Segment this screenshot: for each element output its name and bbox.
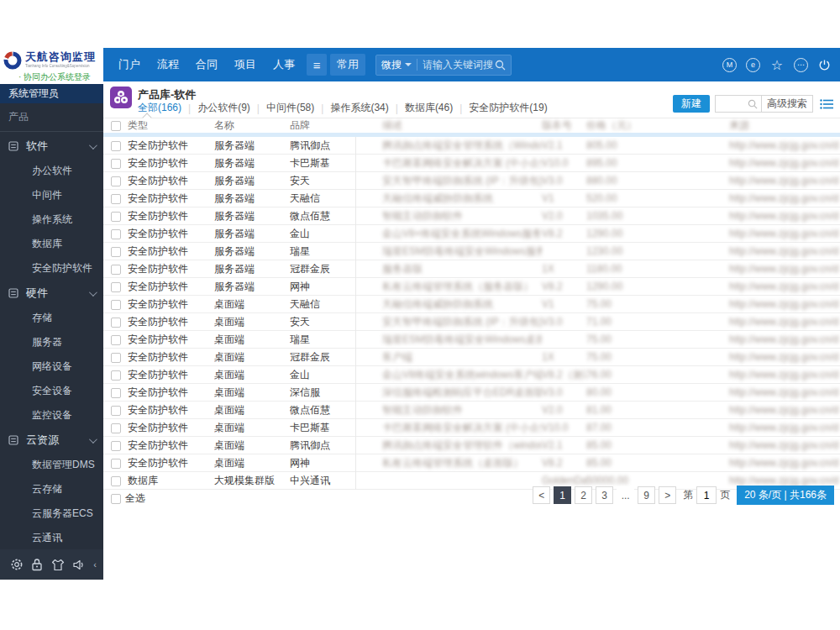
theme-skin-icon[interactable] [51, 559, 65, 571]
select-all-checkbox[interactable] [111, 494, 121, 504]
table-row[interactable]: 安全防护软件桌面端微点佰慧智能主动防御软件V2.081.00http://www… [103, 402, 840, 419]
sidebar-item-云存储[interactable]: 云存储 [0, 477, 103, 501]
table-row[interactable]: 安全防护软件桌面端腾讯御点腾讯御点终端安全管理软件（windows版）V2.1V… [103, 437, 840, 454]
row-checkbox[interactable] [111, 229, 121, 239]
favorites-menu-button[interactable]: 常用 [330, 54, 365, 76]
search-icon[interactable] [495, 60, 506, 71]
collapse-sidebar-icon[interactable]: ‹ [93, 559, 97, 570]
row-checkbox[interactable] [111, 318, 121, 328]
row-checkbox[interactable] [111, 441, 121, 451]
message-icon[interactable]: e [746, 58, 760, 72]
global-search-input[interactable] [423, 59, 495, 71]
top-nav-item[interactable]: 人事 [265, 48, 303, 81]
row-checkbox[interactable] [111, 388, 121, 398]
row-checkbox[interactable] [111, 247, 121, 257]
tab-安全防护软件(19)[interactable]: 安全防护软件(19) [469, 101, 547, 115]
tab-操作系统(34)[interactable]: 操作系统(34) [330, 101, 388, 115]
settings-gear-icon[interactable] [10, 558, 24, 571]
table-row[interactable]: 安全防护软件桌面端瑞星瑞星ESM防毒终端安全Windows桌面版75.00htt… [103, 331, 840, 349]
sidebar-item-安全设备[interactable]: 安全设备 [0, 379, 103, 403]
top-nav-item[interactable]: 合同 [187, 48, 226, 81]
pagination-prev-button[interactable]: < [533, 486, 550, 504]
m-badge-icon[interactable]: M [722, 58, 737, 72]
tab-全部(166)[interactable]: 全部(166) [138, 101, 181, 115]
table-row[interactable]: 安全防护软件服务器端卡巴斯基卡巴斯基网络安全解决方案 (中小企业版) 三年期授权… [103, 155, 840, 172]
advanced-search-button[interactable]: 高级搜索 [761, 96, 812, 112]
tab-办公软件(9)[interactable]: 办公软件(9) [197, 101, 250, 115]
table-row[interactable]: 安全防护软件服务器端安天安天智甲终端防御系统 (IP：升级包)V3.0880.0… [103, 172, 840, 190]
table-row[interactable]: 安全防护软件桌面端网神私有云终端管理系统（桌面版）V8.285.00http:/… [103, 454, 840, 472]
row-checkbox[interactable] [111, 282, 121, 292]
search-icon[interactable] [748, 96, 761, 112]
table-row[interactable]: 安全防护软件服务器端冠群金辰服务器版1X1180.00http://www.zj… [103, 260, 840, 278]
row-checkbox[interactable] [111, 159, 121, 169]
header-select-checkbox[interactable] [111, 121, 121, 131]
tab-数据库(46)[interactable]: 数据库(46) [405, 101, 453, 115]
table-row[interactable]: 安全防护软件桌面端深信服深信服终端检测响应平台EDR桌面版V3.080.00ht… [103, 384, 840, 402]
table-row[interactable]: 安全防护软件服务器端腾讯御点腾讯御点终端安全管理系统（Windows版）V2.1… [103, 137, 840, 155]
hamburger-menu-button[interactable]: ≡ [307, 54, 327, 76]
table-row[interactable]: 安全防护软件桌面端金山金山V8终端安全系统windows客户端V8.2（测试）7… [103, 366, 840, 384]
sidebar-group-硬件[interactable]: 硬件 [0, 281, 103, 306]
table-row[interactable]: 安全防护软件服务器端天融信天融信终端威胁防御系统V1520.00http://w… [103, 190, 840, 207]
row-checkbox[interactable] [111, 335, 121, 345]
sidebar-item-网络设备[interactable]: 网络设备 [0, 354, 103, 379]
row-checkbox[interactable] [111, 476, 121, 486]
volume-speaker-icon[interactable] [72, 559, 86, 571]
sidebar-section-label: 产品 [0, 103, 103, 131]
pagination-page-3[interactable]: 3 [596, 486, 613, 504]
sidebar-item-服务器[interactable]: 服务器 [0, 330, 103, 354]
sidebar-group-软件[interactable]: 软件 [0, 134, 103, 159]
pagination-page-2[interactable]: 2 [575, 486, 592, 504]
row-checkbox[interactable] [111, 353, 121, 363]
table-search-input[interactable] [716, 96, 748, 112]
sidebar-item-存储[interactable]: 存储 [0, 306, 103, 330]
sidebar-item-操作系统[interactable]: 操作系统 [0, 207, 103, 232]
table-row[interactable]: 安全防护软件服务器端网神私有云终端管理系统（服务器版）V8.21290.00ht… [103, 278, 840, 296]
sidebar-item-中间件[interactable]: 中间件 [0, 183, 103, 207]
lock-screen-icon[interactable] [31, 558, 43, 571]
row-checkbox[interactable] [111, 370, 121, 381]
row-checkbox[interactable] [111, 194, 121, 204]
new-button[interactable]: 新建 [673, 95, 710, 113]
power-logout-icon[interactable] [817, 58, 832, 72]
table-row[interactable]: 安全防护软件服务器端瑞星瑞星ESM防毒终端安全Windows服务器1230.00… [103, 243, 840, 260]
row-checkbox[interactable] [111, 265, 121, 275]
pagination-next-button[interactable]: > [659, 486, 676, 504]
row-checkbox[interactable] [111, 406, 121, 416]
sidebar-item-安全防护软件[interactable]: 安全防护软件 [0, 256, 103, 281]
table-row[interactable]: 安全防护软件服务器端微点佰慧智能主动防御软件V2.01035.00http://… [103, 207, 840, 225]
sidebar-item-数据管理DMS[interactable]: 数据管理DMS [0, 453, 103, 477]
table-row[interactable]: 安全防护软件服务器端金山金山V8+终端安全系统Windows服务器版V8.212… [103, 225, 840, 243]
sidebar-item-云通讯[interactable]: 云通讯 [0, 526, 103, 550]
favorite-star-icon[interactable]: ☆ [769, 58, 785, 72]
sidebar-item-办公软件[interactable]: 办公软件 [0, 159, 103, 183]
table-row[interactable]: 安全防护软件桌面端天融信天融信终端威胁防御系统V175.00http://www… [103, 296, 840, 313]
tab-中间件(58)[interactable]: 中间件(58) [266, 101, 314, 115]
top-nav-item[interactable]: 门户 [110, 48, 149, 81]
row-checkbox[interactable] [111, 459, 121, 469]
page-size-badge[interactable]: 20 条/页 | 共166条 [737, 486, 834, 505]
list-view-icon[interactable] [820, 98, 833, 110]
row-checkbox[interactable] [111, 212, 121, 222]
sidebar-item-云服务器ECS[interactable]: 云服务器ECS [0, 501, 103, 526]
row-checkbox[interactable] [111, 141, 121, 151]
top-nav-item[interactable]: 项目 [226, 48, 265, 81]
sidebar-group-云资源[interactable]: 云资源 [0, 428, 103, 453]
sidebar-item-数据库[interactable]: 数据库 [0, 232, 103, 256]
top-nav-item[interactable]: 流程 [149, 48, 187, 81]
row-checkbox-cell [103, 281, 128, 292]
table-row[interactable]: 安全防护软件桌面端安天安天智甲终端防御系统 (IP：升级包)V3.071.00h… [103, 313, 840, 331]
row-checkbox-cell [103, 404, 128, 416]
search-scope-label[interactable]: 微搜 [381, 58, 402, 72]
table-row[interactable]: 安全防护软件桌面端卡巴斯基卡巴斯基网络安全解决方案 (中小企业版) - 标准版V… [103, 419, 840, 437]
pagination-page-9[interactable]: 9 [638, 486, 655, 504]
page-number-input[interactable] [696, 486, 717, 504]
table-row[interactable]: 安全防护软件桌面端冠群金辰客户端1X75.00http://www.zjcjg.… [103, 349, 840, 366]
more-options-icon[interactable]: ⋯ [794, 58, 808, 72]
row-checkbox[interactable] [111, 300, 121, 310]
row-checkbox[interactable] [111, 423, 121, 433]
sidebar-item-监控设备[interactable]: 监控设备 [0, 403, 103, 428]
row-checkbox[interactable] [111, 176, 121, 186]
pagination-page-1[interactable]: 1 [554, 486, 571, 504]
